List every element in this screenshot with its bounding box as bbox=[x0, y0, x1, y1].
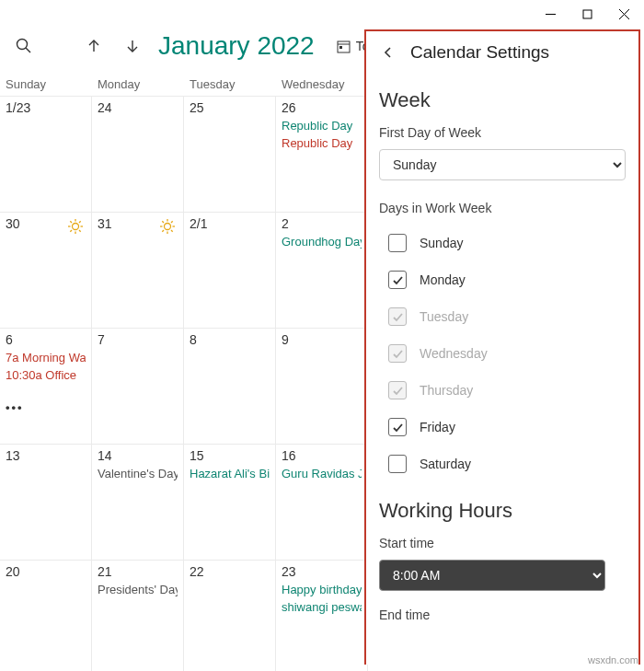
workday-checkbox bbox=[388, 307, 407, 326]
day-cell[interactable]: 21Presidents' Day bbox=[92, 561, 184, 671]
back-button[interactable] bbox=[379, 43, 397, 62]
svg-line-26 bbox=[171, 221, 173, 223]
date-number: 24 bbox=[98, 100, 178, 115]
day-cell[interactable]: 26Republic DayRepublic Day bbox=[276, 97, 368, 212]
workday-checkbox-row: Sunday bbox=[379, 234, 626, 252]
event-item[interactable]: 7a Morning Wa bbox=[6, 351, 86, 364]
month-title[interactable]: January 2022 bbox=[158, 31, 315, 61]
date-number: 25 bbox=[190, 100, 270, 115]
day-cell[interactable]: 24 bbox=[92, 97, 184, 212]
workday-label: Friday bbox=[420, 420, 455, 434]
event-item[interactable]: Valentine's Day bbox=[98, 467, 178, 480]
workday-checkbox[interactable] bbox=[388, 455, 407, 473]
workday-checkbox bbox=[388, 381, 407, 399]
svg-line-5 bbox=[26, 48, 30, 52]
svg-point-9 bbox=[73, 224, 79, 230]
working-hours-section-title: Working Hours bbox=[379, 499, 626, 523]
workday-label: Wednesday bbox=[420, 346, 488, 361]
workday-label: Saturday bbox=[420, 457, 471, 471]
day-cell[interactable]: 1/23 bbox=[0, 97, 92, 212]
week-section-title: Week bbox=[379, 88, 626, 112]
svg-line-14 bbox=[70, 221, 72, 223]
workday-checkbox-row: Thursday bbox=[379, 381, 626, 399]
day-cell[interactable]: 16Guru Ravidas Ja bbox=[276, 445, 368, 560]
minimize-button[interactable] bbox=[532, 1, 569, 27]
day-cell[interactable]: 8 bbox=[184, 329, 276, 444]
day-header: Tuesday bbox=[184, 74, 276, 95]
event-item[interactable]: Republic Day bbox=[282, 119, 362, 133]
workday-label: Sunday bbox=[420, 236, 463, 250]
workday-checkbox[interactable] bbox=[388, 271, 407, 289]
event-item[interactable]: Republic Day bbox=[282, 136, 362, 150]
start-time-label: Start time bbox=[379, 536, 626, 550]
event-item[interactable]: 10:30a Office bbox=[6, 368, 86, 382]
event-item[interactable]: Guru Ravidas Ja bbox=[282, 467, 362, 480]
day-cell[interactable]: 30 bbox=[0, 213, 92, 328]
more-events-icon[interactable]: ••• bbox=[6, 400, 86, 414]
day-cell[interactable]: 67a Morning Wa10:30a Office••• bbox=[0, 329, 92, 444]
date-number: 26 bbox=[282, 100, 362, 115]
day-header: Sunday bbox=[0, 74, 92, 95]
day-cell[interactable]: 2Groundhog Day bbox=[276, 213, 368, 328]
svg-line-17 bbox=[79, 221, 81, 223]
first-day-select[interactable]: Sunday bbox=[379, 149, 626, 180]
workday-label: Tuesday bbox=[420, 309, 468, 324]
workday-label: Monday bbox=[420, 272, 466, 287]
day-cell[interactable]: 7 bbox=[92, 329, 184, 444]
date-number: 16 bbox=[282, 448, 362, 463]
workday-checkbox-row: Monday bbox=[379, 271, 626, 289]
event-item[interactable]: shiwangi peswa bbox=[282, 600, 362, 614]
maximize-button[interactable] bbox=[569, 1, 605, 27]
workday-label: Thursday bbox=[420, 383, 473, 398]
workday-checkbox[interactable] bbox=[388, 418, 407, 436]
day-header: Wednesday bbox=[276, 74, 368, 95]
workday-checkbox-row: Saturday bbox=[379, 455, 626, 473]
day-cell[interactable]: 23Happy birthdayshiwangi peswa bbox=[276, 561, 368, 671]
workday-checkbox-row: Friday bbox=[379, 418, 626, 436]
search-icon[interactable] bbox=[7, 29, 40, 63]
previous-month-button[interactable] bbox=[77, 29, 110, 63]
start-time-select[interactable]: 8:00 AM bbox=[379, 560, 605, 591]
settings-title: Calendar Settings bbox=[410, 42, 549, 63]
day-cell[interactable]: 14Valentine's Day bbox=[92, 445, 184, 560]
event-item[interactable]: Presidents' Day bbox=[98, 583, 178, 596]
close-button[interactable] bbox=[605, 1, 642, 27]
workday-checkbox bbox=[388, 344, 407, 363]
date-number: 21 bbox=[98, 564, 178, 579]
date-number: 6 bbox=[6, 332, 86, 347]
day-header: Monday bbox=[92, 74, 184, 95]
watermark: wsxdn.com bbox=[588, 654, 638, 665]
event-item[interactable]: Hazarat Ali's Bi bbox=[190, 467, 270, 480]
date-number: 15 bbox=[190, 448, 270, 463]
date-number: 13 bbox=[6, 448, 86, 463]
day-cell[interactable]: 31 bbox=[92, 213, 184, 328]
day-cell[interactable]: 20 bbox=[0, 561, 92, 671]
svg-point-18 bbox=[165, 224, 171, 230]
day-cell[interactable]: 15Hazarat Ali's Bi bbox=[184, 445, 276, 560]
svg-line-25 bbox=[162, 230, 164, 232]
window-controls bbox=[0, 0, 644, 28]
settings-panel: Calendar Settings Week First Day of Week… bbox=[364, 29, 640, 665]
next-month-button[interactable] bbox=[116, 29, 149, 63]
date-number: 9 bbox=[282, 332, 362, 347]
svg-rect-1 bbox=[583, 10, 592, 18]
workday-checkbox[interactable] bbox=[388, 234, 407, 252]
date-number: 2 bbox=[282, 216, 362, 231]
day-cell[interactable]: 2/1 bbox=[184, 213, 276, 328]
end-time-label: End time bbox=[379, 607, 626, 622]
workday-checkbox-row: Wednesday bbox=[379, 344, 626, 363]
day-cell[interactable]: 25 bbox=[184, 97, 276, 212]
day-cell[interactable]: 22 bbox=[184, 561, 276, 671]
day-cell[interactable]: 13 bbox=[0, 445, 92, 560]
svg-line-24 bbox=[171, 230, 173, 232]
date-number: 8 bbox=[190, 332, 270, 347]
svg-rect-6 bbox=[338, 41, 350, 52]
date-number: 1/23 bbox=[6, 100, 86, 115]
weather-sun-icon bbox=[159, 218, 176, 237]
svg-line-15 bbox=[79, 230, 81, 232]
event-item[interactable]: Groundhog Day bbox=[282, 235, 362, 249]
day-cell[interactable]: 9 bbox=[276, 329, 368, 444]
date-number: 20 bbox=[6, 564, 86, 579]
event-item[interactable]: Happy birthday bbox=[282, 583, 362, 596]
date-number: 2/1 bbox=[190, 216, 270, 231]
